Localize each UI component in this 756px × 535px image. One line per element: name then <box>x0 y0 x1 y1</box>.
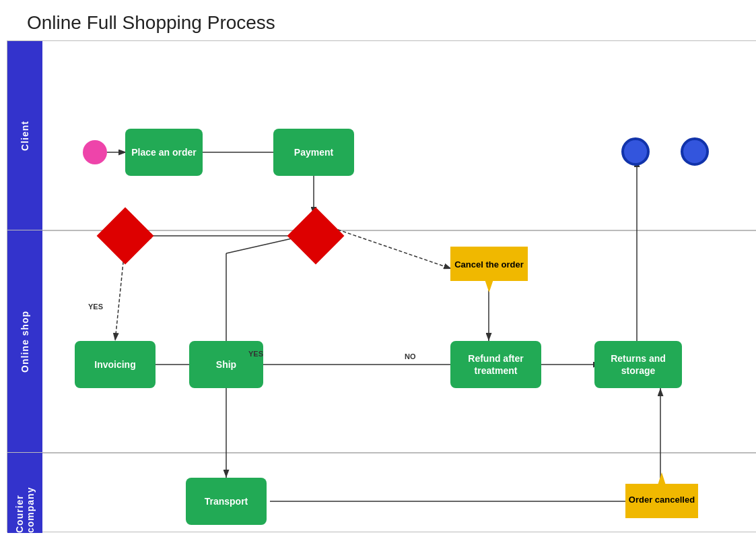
invoicing-box: Invoicing <box>75 341 156 388</box>
diagram-container: Client Online shop Courier company <box>7 40 756 532</box>
cancel-order-box: Cancel the order <box>450 247 528 292</box>
swimlane-client: Client <box>7 41 42 230</box>
svg-line-6 <box>115 256 124 341</box>
payment-box: Payment <box>273 129 354 176</box>
end-circle-1 <box>621 137 650 166</box>
swimlane-courier-company: Courier company <box>7 452 42 533</box>
yes-label-2: YES <box>248 350 263 358</box>
page-title: Online Full Shopping Process <box>0 0 756 40</box>
diamond-left <box>97 208 154 265</box>
yes-label-1: YES <box>88 303 103 311</box>
end-circle-2 <box>681 137 709 166</box>
diamond-right <box>287 208 345 265</box>
place-order-box: Place an order <box>125 129 203 176</box>
returns-box: Returns and storage <box>594 341 682 388</box>
ship-box: Ship <box>189 341 263 388</box>
no-label-1: NO <box>405 352 416 360</box>
start-circle <box>83 140 107 164</box>
refund-box: Refund after treatment <box>450 341 541 388</box>
svg-line-18 <box>322 224 452 269</box>
swimlane-online-shop: Online shop <box>7 230 42 452</box>
order-cancelled-box: Order cancelled <box>625 472 698 518</box>
transport-box: Transport <box>186 478 267 525</box>
arrows-svg <box>7 41 756 532</box>
